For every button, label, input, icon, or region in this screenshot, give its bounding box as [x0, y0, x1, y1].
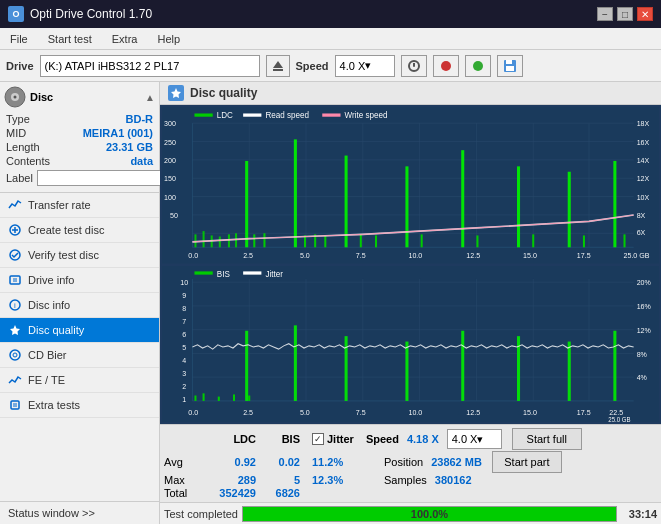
drive-select[interactable]: (K:) ATAPI iHBS312 2 PL17 [40, 55, 260, 77]
svg-text:15.0: 15.0 [523, 407, 537, 416]
drive-label: Drive [6, 60, 34, 72]
svg-rect-126 [568, 341, 571, 400]
svg-text:5: 5 [182, 342, 186, 351]
disc-mid-value: MEIRA1 (001) [83, 127, 153, 139]
speed-label: Speed [296, 60, 329, 72]
disc-length-row: Length 23.31 GB [4, 140, 155, 154]
svg-rect-74 [243, 113, 261, 116]
svg-rect-47 [203, 231, 205, 247]
disc-quality-header-icon [168, 85, 184, 101]
eject-button[interactable] [266, 55, 290, 77]
sidebar-item-create-test-disc[interactable]: Create test disc [0, 218, 159, 243]
transfer-rate-icon [8, 198, 22, 212]
drive-info-icon [8, 273, 22, 287]
maximize-button[interactable]: □ [617, 7, 633, 21]
close-button[interactable]: ✕ [637, 7, 653, 21]
svg-text:i: i [14, 301, 16, 310]
disc-contents-row: Contents data [4, 154, 155, 168]
bottom-chart: BIS Jitter 20% 16% 12% 8% 4% 10 9 8 7 6 … [162, 266, 659, 423]
minimize-button[interactable]: − [597, 7, 613, 21]
svg-text:200: 200 [164, 156, 176, 165]
status-window-button[interactable]: Status window >> [0, 501, 159, 524]
disc-mid-row: MID MEIRA1 (001) [4, 126, 155, 140]
disc-label-text: Label [6, 172, 33, 184]
svg-text:Jitter: Jitter [265, 268, 283, 278]
start-scan-button[interactable] [401, 55, 427, 77]
menu-start-test[interactable]: Start test [44, 32, 96, 46]
sidebar-item-extra-tests[interactable]: Extra tests [0, 393, 159, 418]
svg-text:10X: 10X [637, 193, 650, 202]
svg-text:6X: 6X [637, 228, 646, 237]
sidebar-item-fe-te[interactable]: FE / TE [0, 368, 159, 393]
menu-file[interactable]: File [6, 32, 32, 46]
sidebar-item-disc-quality[interactable]: Disc quality [0, 318, 159, 343]
sidebar-item-disc-info[interactable]: i Disc info [0, 293, 159, 318]
time-display: 33:14 [621, 508, 657, 520]
svg-point-4 [413, 65, 415, 67]
drive-toolbar: Drive (K:) ATAPI iHBS312 2 PL17 Speed 4.… [0, 50, 661, 82]
speed-select[interactable]: 4.0 X ▾ [335, 55, 395, 77]
svg-rect-58 [324, 235, 326, 247]
svg-text:1: 1 [182, 394, 186, 403]
green-button[interactable] [465, 55, 491, 77]
svg-text:25.0 GB: 25.0 GB [624, 251, 650, 260]
max-jitter: 12.3% [312, 474, 372, 486]
svg-rect-116 [203, 393, 205, 401]
svg-rect-67 [532, 234, 534, 247]
svg-rect-25 [11, 401, 19, 409]
menu-help[interactable]: Help [153, 32, 184, 46]
svg-text:LDC: LDC [217, 110, 233, 120]
disc-contents-value: data [130, 155, 153, 167]
svg-text:12X: 12X [637, 174, 650, 183]
jitter-checkbox[interactable]: ✓ [312, 433, 324, 445]
svg-rect-123 [405, 341, 408, 400]
svg-text:12%: 12% [637, 325, 652, 334]
svg-rect-63 [421, 234, 423, 247]
jitter-checkbox-row: ✓ Jitter [312, 433, 354, 445]
save-button[interactable] [497, 55, 523, 77]
sidebar-item-drive-info[interactable]: Drive info [0, 268, 159, 293]
svg-rect-124 [461, 330, 464, 400]
svg-text:10.0: 10.0 [408, 251, 422, 260]
start-part-button[interactable]: Start part [492, 451, 562, 473]
svg-point-5 [441, 61, 451, 71]
nav-section: Transfer rate Create test disc Verify te… [0, 193, 159, 501]
disc-type-label: Type [6, 113, 30, 125]
svg-marker-28 [171, 88, 181, 98]
svg-text:10: 10 [180, 278, 188, 287]
sidebar-item-transfer-rate[interactable]: Transfer rate [0, 193, 159, 218]
svg-text:14X: 14X [637, 156, 650, 165]
svg-text:50: 50 [170, 211, 178, 220]
disc-header: Disc ▲ [4, 86, 155, 108]
svg-text:5.0: 5.0 [300, 251, 310, 260]
speed-dropdown[interactable]: 4.0 X▾ [447, 429, 502, 449]
disc-label-input[interactable] [37, 170, 168, 186]
bottom-bar: Test completed 100.0% 33:14 [160, 502, 661, 524]
avg-ldc: 0.92 [206, 456, 256, 468]
menu-extra[interactable]: Extra [108, 32, 142, 46]
svg-rect-115 [194, 395, 196, 400]
sidebar-item-verify-test-disc[interactable]: Verify test disc [0, 243, 159, 268]
sidebar-item-cd-bier[interactable]: CD Bier [0, 343, 159, 368]
progress-bar: 100.0% [242, 506, 617, 522]
svg-text:3: 3 [182, 368, 186, 377]
svg-rect-121 [294, 325, 297, 401]
svg-rect-51 [235, 233, 237, 247]
svg-rect-117 [218, 396, 220, 400]
svg-text:2: 2 [182, 381, 186, 390]
svg-rect-118 [233, 394, 235, 400]
svg-rect-100 [162, 266, 659, 423]
disc-length-value: 23.31 GB [106, 141, 153, 153]
create-disc-icon [8, 223, 22, 237]
top-chart: LDC Read speed Write speed 18X 16X 14X 1… [162, 107, 659, 264]
total-bis: 6826 [260, 487, 300, 499]
svg-point-6 [473, 61, 483, 71]
start-full-button[interactable]: Start full [512, 428, 582, 450]
svg-text:17.5: 17.5 [577, 251, 591, 260]
red-button[interactable] [433, 55, 459, 77]
jitter-header: Jitter [327, 433, 354, 445]
svg-text:16X: 16X [637, 138, 650, 147]
svg-text:7.5: 7.5 [356, 251, 366, 260]
svg-text:7.5: 7.5 [356, 407, 366, 416]
disc-expand-icon[interactable]: ▲ [145, 92, 155, 103]
